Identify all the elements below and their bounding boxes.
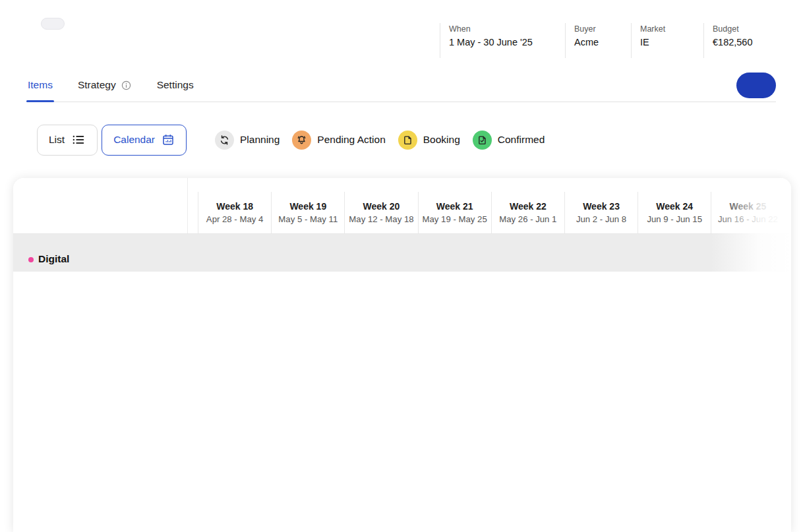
week-range: May 12 - May 18 [345, 214, 417, 224]
meta-label: Market [640, 24, 697, 34]
week-range: May 26 - Jun 1 [492, 214, 564, 224]
status-legend: PlanningPending ActionBookingConfirmed [215, 131, 545, 150]
legend-circle [473, 131, 492, 150]
week-range: Apr 28 - May 4 [198, 214, 271, 224]
week-header-week-23: Week 23Jun 2 - Jun 8 [564, 192, 638, 233]
week-name: Week 18 [198, 201, 271, 212]
week-name: Week 19 [272, 201, 344, 212]
meta-label: Budget [713, 24, 769, 34]
tab-label: Strategy [78, 79, 116, 91]
week-name: Week 23 [565, 201, 638, 212]
controls-row: ListCalendar PlanningPending ActionBooki… [26, 124, 788, 156]
legend-circle [398, 131, 417, 150]
tab-settings[interactable]: Settings [156, 69, 195, 102]
legend-label: Confirmed [498, 134, 545, 146]
group-header-digital: Digital [13, 234, 791, 272]
week-header-week-25: Week 25Jun 16 - Jun 22 [711, 192, 784, 233]
view-toggle: ListCalendar [37, 125, 191, 156]
group-dot [28, 257, 34, 262]
week-range: May 5 - May 11 [272, 214, 344, 224]
meta-label: Buyer [574, 24, 624, 34]
view-calendar-button[interactable]: Calendar [102, 125, 187, 156]
meta-buyer: BuyerAcme [565, 23, 631, 58]
week-header-week-20: Week 20May 12 - May 18 [344, 192, 417, 233]
tab-items[interactable]: Items [26, 69, 54, 102]
week-header-week-19: Week 19May 5 - May 11 [271, 192, 344, 233]
week-header-week-21: Week 21May 19 - May 25 [418, 192, 491, 233]
week-range: Jun 2 - Jun 8 [565, 214, 638, 224]
legend-booking: Booking [398, 131, 460, 150]
toggle-label: List [49, 134, 65, 146]
title-block [26, 13, 65, 58]
calendar-card: Week 18Apr 28 - May 4Week 19May 5 - May … [13, 178, 791, 532]
calendar-rows: Digital [13, 234, 791, 311]
week-headers: Week 18Apr 28 - May 4Week 19May 5 - May … [188, 178, 791, 233]
legend-label: Booking [423, 134, 460, 146]
meta-label: When [449, 24, 558, 34]
note-check-icon [477, 134, 488, 146]
week-header-week-22: Week 22May 26 - Jun 1 [491, 192, 564, 233]
bell-icon [296, 134, 307, 146]
approval-badge [41, 18, 65, 30]
column-headers [13, 178, 188, 233]
meta-value: €182,560 [713, 37, 769, 47]
tab-label: Items [28, 79, 53, 91]
week-name: Week 25 [711, 201, 784, 212]
header: When1 May - 30 June '25BuyerAcmeMarketIE… [26, 13, 776, 58]
meta-value: Acme [574, 37, 624, 47]
week-header-week-18: Week 18Apr 28 - May 4 [198, 192, 271, 233]
week-header-week-24: Week 24Jun 9 - Jun 15 [638, 192, 711, 233]
meta-budget: Budget€182,560 [703, 23, 776, 58]
info-icon [121, 80, 132, 91]
meta-market: MarketIE [631, 23, 703, 58]
week-name: Week 22 [492, 201, 564, 212]
header-meta: When1 May - 30 June '25BuyerAcmeMarketIE… [440, 23, 776, 58]
week-name: Week 24 [638, 201, 711, 212]
week-range: Jun 16 - Jun 22 [711, 214, 784, 224]
legend-circle [215, 131, 234, 150]
list-icon [71, 133, 86, 147]
item-row-acast [13, 272, 791, 311]
tab-label: Settings [157, 79, 194, 91]
week-range: Jun 9 - Jun 15 [638, 214, 711, 224]
note-icon [402, 134, 413, 146]
meta-value: 1 May - 30 June '25 [449, 37, 558, 47]
add-new-item-button[interactable] [736, 73, 776, 98]
legend-label: Pending Action [317, 134, 385, 146]
view-list-button[interactable]: List [37, 125, 98, 156]
week-name: Week 20 [345, 201, 417, 212]
week-name: Week 21 [419, 201, 491, 212]
meta-value: IE [640, 37, 697, 47]
calendar-header: Week 18Apr 28 - May 4Week 19May 5 - May … [13, 178, 791, 234]
legend-circle [292, 131, 311, 150]
legend-pending-action: Pending Action [292, 131, 385, 150]
group-name: Digital [38, 253, 69, 265]
toggle-label: Calendar [113, 134, 155, 146]
tabs: ItemsStrategySettings [26, 69, 195, 102]
week-range: May 19 - May 25 [419, 214, 491, 224]
legend-label: Planning [240, 134, 280, 146]
meta-when: When1 May - 30 June '25 [440, 23, 565, 58]
calendar-icon [162, 133, 175, 146]
refresh-icon [219, 134, 230, 146]
legend-confirmed: Confirmed [473, 131, 545, 150]
tab-strategy[interactable]: Strategy [76, 69, 133, 102]
tabs-row: ItemsStrategySettings [26, 69, 776, 102]
legend-planning: Planning [215, 131, 280, 150]
